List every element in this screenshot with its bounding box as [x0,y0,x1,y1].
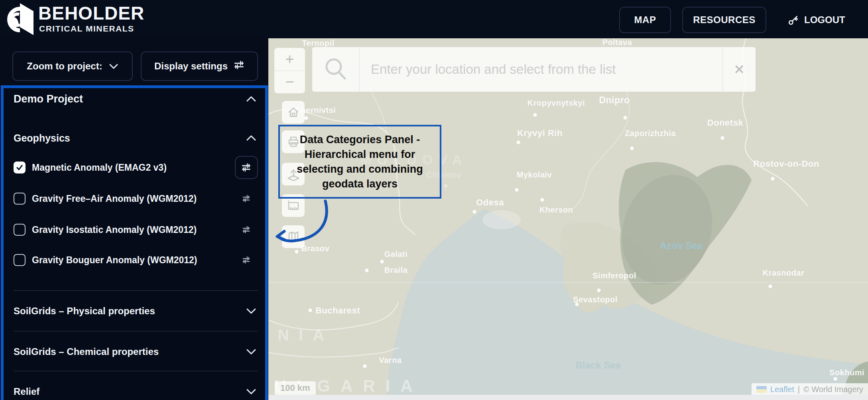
city-label: Odesa [476,197,504,208]
chevron-up-icon[interactable] [246,135,256,141]
zoom-to-project-label: Zoom to project: [27,61,102,72]
zoom-out-button[interactable]: − [274,71,305,94]
layer-label: Magnetic Anomaly (EMAG2 v3) [32,162,167,173]
layers-panel: Demo Project Geophysics Magnetic Anomaly… [1,85,268,400]
display-settings-button[interactable]: Display settings [141,51,258,81]
layer-label: Gravity Free–Air Anomaly (WGM2012) [32,193,197,204]
city-dot [515,188,519,192]
section-label: SoilGrids – Physical properties [4,305,155,317]
city-dot [363,365,367,368]
brand-tagline: CRITICAL MINERALS [39,24,134,33]
city-label: Bucharest [315,305,360,316]
map-zoom-control: + − [274,48,305,93]
layer-checkbox[interactable] [14,254,26,266]
layer-row-magnetic-anomaly: Magnetic Anomaly (EMAG2 v3) [4,156,265,179]
city-dot [517,141,520,144]
layer-checkbox[interactable] [14,224,26,236]
layer-label: Gravity Bouguer Anomaly (WGM2012) [32,255,197,266]
layer-row-gravity-free-air: Gravity Free–Air Anomaly (WGM2012) [4,187,265,210]
city-dot [771,177,775,181]
home-button[interactable] [282,101,305,124]
section-label: Geophysics [4,132,70,144]
city-dot [769,285,772,288]
city-label: Simferopol [592,271,636,280]
chevron-down-icon[interactable] [246,388,256,395]
display-settings-label: Display settings [154,61,228,72]
city-dot [597,289,601,292]
section-label: SoilGrids – Chemical properties [4,346,159,357]
city-dot [541,198,544,202]
annotation-arrow [268,194,356,254]
map-attribution: Leaflet | © World Imagery [752,383,868,395]
ukraine-flag-icon [756,386,767,393]
sliders-icon [234,60,244,73]
logout-button[interactable]: LOGOUT [787,7,845,33]
location-search-bar: ✕ [312,47,756,92]
city-dot [365,269,369,272]
city-label: Poltava [602,38,632,47]
layer-settings-button[interactable] [235,156,258,179]
city-label: Sokhumi [829,368,864,377]
city-dot [380,260,384,264]
chevron-down-icon [109,61,118,72]
city-dot [624,116,627,120]
city-label: Sevastopol [573,295,618,304]
city-label: Donetsk [707,118,743,128]
brand-name: BEHOLDER [38,2,144,24]
layer-settings-button[interactable] [235,187,258,210]
project-header[interactable]: Demo Project [4,89,265,109]
city-label: Kherson [539,205,573,215]
layer-checkbox[interactable] [14,193,26,205]
attribution-credit: © World Imagery [803,385,863,394]
nav-map-button[interactable]: MAP [619,7,671,33]
layer-settings-button[interactable] [235,218,258,241]
map-scale: 100 km [275,381,316,395]
map-terrain [268,38,868,395]
chevron-down-icon[interactable] [246,308,256,314]
city-label: Ternopil [302,39,334,48]
chevron-down-icon[interactable] [246,349,256,355]
region-label-romania: ROMANIA [268,326,334,344]
sliders-icon [242,256,251,264]
city-label: Varna [379,356,402,365]
city-label: Zaporizhzhia [625,129,676,138]
zoom-in-button[interactable]: + [274,48,305,71]
city-dot [444,184,448,188]
top-bar: BEHOLDER CRITICAL MINERALS MAP RESOURCES… [0,0,868,38]
city-label: Mykolaiv [517,170,552,179]
city-dot [834,377,837,381]
section-soilgrids-physical[interactable]: SoilGrids – Physical properties [4,300,265,322]
city-label: Kryvyi Rih [517,128,563,138]
layer-row-gravity-isostatic: Gravity Isostatic Anomaly (WGM2012) [4,218,265,241]
city-label: Rostov-on-Don [753,159,819,169]
layer-settings-button[interactable] [235,248,258,272]
sliders-icon [242,194,251,203]
nav-resources-button[interactable]: RESOURCES [682,7,766,33]
map-canvas[interactable]: MOLDOVA ROMANIA BULGARIA Azov Sea Black … [268,38,868,395]
project-title: Demo Project [4,93,83,105]
leaflet-link[interactable]: Leaflet [770,385,794,394]
section-soilgrids-chemical[interactable]: SoilGrids – Chemical properties [4,341,265,363]
layer-checkbox[interactable] [14,162,26,173]
city-label: Dnipro [599,95,630,106]
key-icon [787,14,799,26]
annotation-text: Data Categories Panel - Hierarchical men… [286,132,434,191]
city-dot [309,309,312,312]
sliders-icon [242,225,251,234]
city-dot [473,210,476,214]
section-divider [14,371,258,371]
search-input[interactable] [360,47,722,92]
search-icon [312,47,360,92]
search-clear-button[interactable]: ✕ [722,47,756,92]
city-label: Krasnodar [763,268,805,278]
logout-label: LOGOUT [804,14,845,26]
chevron-up-icon[interactable] [246,96,256,102]
sea-label-black: Black Sea [575,360,620,371]
beholder-logo-icon [6,2,37,36]
sea-label-azov: Azov Sea [660,240,703,251]
zoom-to-project-dropdown[interactable]: Zoom to project: [12,51,133,81]
section-geophysics[interactable]: Geophysics [4,128,265,148]
city-dot [575,303,579,306]
home-icon [287,106,300,119]
section-relief[interactable]: Relief [4,381,265,400]
